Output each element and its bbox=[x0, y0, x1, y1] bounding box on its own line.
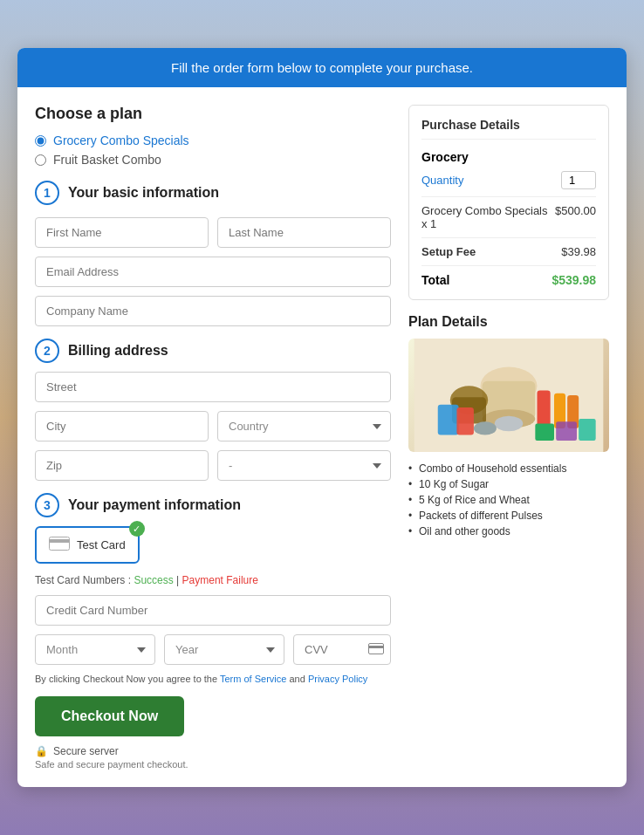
purchase-category: Grocery bbox=[421, 150, 596, 164]
svg-rect-0 bbox=[50, 537, 70, 551]
total-row: Total $539.98 bbox=[421, 273, 596, 287]
city-input[interactable] bbox=[35, 411, 209, 441]
total-price: $539.98 bbox=[552, 273, 596, 287]
credit-card-input[interactable] bbox=[35, 595, 391, 626]
success-link[interactable]: Success bbox=[134, 574, 173, 586]
separator: | bbox=[176, 574, 179, 586]
year-select[interactable]: Year 202420252026 2027202820292030 bbox=[164, 634, 284, 665]
zip-input[interactable] bbox=[35, 450, 209, 481]
quantity-input[interactable] bbox=[561, 171, 596, 189]
svg-rect-17 bbox=[579, 419, 596, 441]
secure-note: Safe and secure payment checkout. bbox=[35, 759, 391, 770]
company-input[interactable] bbox=[35, 296, 391, 326]
secure-server-row: 🔒 Secure server bbox=[35, 745, 391, 757]
right-panel: Purchase Details Grocery Quantity Grocer… bbox=[408, 105, 609, 770]
svg-rect-2 bbox=[369, 643, 384, 654]
choose-plan-title: Choose a plan bbox=[35, 105, 391, 123]
step3-title: Your payment information bbox=[68, 497, 241, 513]
plan-option-1[interactable]: Grocery Combo Specials bbox=[35, 133, 391, 147]
cvv-wrapper bbox=[293, 634, 391, 665]
plan-details-title: Plan Details bbox=[408, 314, 609, 330]
setup-fee-row: Setup Fee $39.98 bbox=[421, 245, 596, 258]
street-row bbox=[35, 372, 391, 402]
left-panel: Choose a plan Grocery Combo Specials Fru… bbox=[35, 105, 391, 770]
total-label: Total bbox=[421, 273, 449, 287]
street-input[interactable] bbox=[35, 372, 391, 402]
divider-3 bbox=[421, 265, 596, 266]
tos-link[interactable]: Term of Service bbox=[220, 674, 286, 684]
step2-title: Billing address bbox=[68, 343, 168, 359]
plan-feature-item: 10 Kg of Sugar bbox=[408, 478, 609, 490]
state-select[interactable]: - bbox=[217, 450, 391, 481]
quantity-row: Quantity bbox=[421, 171, 596, 189]
item-label: Grocery Combo Specials x 1 bbox=[421, 204, 555, 230]
svg-point-19 bbox=[474, 421, 497, 435]
email-input[interactable] bbox=[35, 257, 391, 287]
card-check-badge: ✓ bbox=[129, 521, 145, 537]
lock-icon: 🔒 bbox=[35, 745, 48, 757]
test-card-label: Test Card Numbers : bbox=[35, 574, 131, 586]
plan-radio-2[interactable] bbox=[35, 154, 46, 166]
svg-rect-10 bbox=[538, 391, 551, 428]
checkout-card: Fill the order form below to complete yo… bbox=[17, 48, 627, 787]
banner-text: Fill the order form below to complete yo… bbox=[171, 60, 473, 75]
svg-rect-13 bbox=[438, 405, 459, 435]
main-content: Choose a plan Grocery Combo Specials Fru… bbox=[17, 87, 627, 787]
plan-radio-1[interactable] bbox=[35, 135, 46, 147]
step1-header: 1 Your basic information bbox=[35, 181, 391, 205]
purchase-details-title: Purchase Details bbox=[421, 118, 596, 140]
credit-card-row bbox=[35, 595, 391, 626]
svg-rect-14 bbox=[456, 407, 474, 435]
quantity-label: Quantity bbox=[421, 174, 463, 187]
company-row bbox=[35, 296, 391, 326]
plan-label-1[interactable]: Grocery Combo Specials bbox=[53, 133, 189, 147]
svg-rect-1 bbox=[49, 539, 70, 543]
svg-rect-3 bbox=[368, 646, 384, 648]
divider-2 bbox=[421, 237, 596, 238]
plan-features: Combo of Household essentials10 Kg of Su… bbox=[408, 462, 609, 537]
card-option[interactable]: Test Card ✓ bbox=[35, 526, 140, 564]
step2-circle: 2 bbox=[35, 339, 59, 363]
plan-feature-item: Oil and other goods bbox=[408, 525, 609, 537]
svg-point-18 bbox=[495, 416, 524, 431]
step1-title: Your basic information bbox=[68, 185, 219, 201]
test-card-numbers: Test Card Numbers : Success | Payment Fa… bbox=[35, 574, 391, 586]
email-row bbox=[35, 257, 391, 287]
terms-text: By clicking Checkout Now you agree to th… bbox=[35, 674, 391, 684]
zip-state-row: - bbox=[35, 450, 391, 481]
terms-prefix: By clicking Checkout Now you agree to th… bbox=[35, 674, 217, 684]
plan-feature-item: 5 Kg of Rice and Wheat bbox=[408, 494, 609, 506]
cvv-card-icon bbox=[368, 642, 384, 658]
first-name-input[interactable] bbox=[35, 217, 209, 248]
item-price-row: Grocery Combo Specials x 1 $500.00 bbox=[421, 204, 596, 230]
card-label-text: Test Card bbox=[77, 538, 126, 551]
purchase-details-box: Purchase Details Grocery Quantity Grocer… bbox=[408, 105, 609, 300]
setup-fee-price: $39.98 bbox=[561, 245, 596, 258]
terms-middle: and bbox=[289, 674, 305, 684]
checkout-button[interactable]: Checkout Now bbox=[35, 696, 184, 736]
step3-circle: 3 bbox=[35, 493, 59, 517]
item-price: $500.00 bbox=[555, 204, 596, 230]
step1-circle: 1 bbox=[35, 181, 59, 205]
country-select[interactable]: Country bbox=[217, 411, 391, 441]
name-row bbox=[35, 217, 391, 248]
plan-options: Grocery Combo Specials Fruit Basket Comb… bbox=[35, 133, 391, 167]
svg-rect-15 bbox=[535, 424, 554, 441]
secure-server-label: Secure server bbox=[53, 745, 119, 757]
privacy-link[interactable]: Privacy Policy bbox=[308, 674, 367, 684]
step3-header: 3 Your payment information bbox=[35, 493, 391, 517]
plan-label-2[interactable]: Fruit Basket Combo bbox=[53, 153, 161, 167]
top-banner: Fill the order form below to complete yo… bbox=[17, 48, 627, 87]
grocery-image bbox=[408, 339, 609, 452]
plan-option-2[interactable]: Fruit Basket Combo bbox=[35, 153, 391, 167]
expiry-row: Month 010203 040506 070809 101112 Year 2… bbox=[35, 634, 391, 665]
card-icon bbox=[49, 535, 70, 555]
step2-header: 2 Billing address bbox=[35, 339, 391, 363]
plan-feature-item: Combo of Household essentials bbox=[408, 462, 609, 475]
last-name-input[interactable] bbox=[217, 217, 391, 248]
svg-rect-16 bbox=[556, 421, 577, 441]
plan-feature-item: Packets of different Pulses bbox=[408, 510, 609, 522]
divider-1 bbox=[421, 196, 596, 197]
month-select[interactable]: Month 010203 040506 070809 101112 bbox=[35, 634, 155, 665]
failure-link[interactable]: Payment Failure bbox=[182, 574, 258, 586]
